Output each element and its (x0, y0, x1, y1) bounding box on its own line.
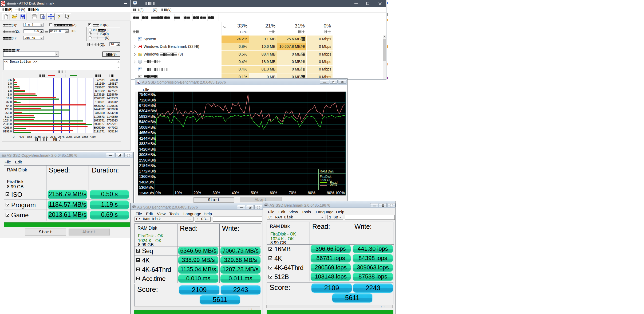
svg-text:ATTO: ATTO (2, 3, 5, 4)
svg-text:?: ? (68, 14, 69, 18)
svg-text:?: ? (58, 14, 60, 19)
